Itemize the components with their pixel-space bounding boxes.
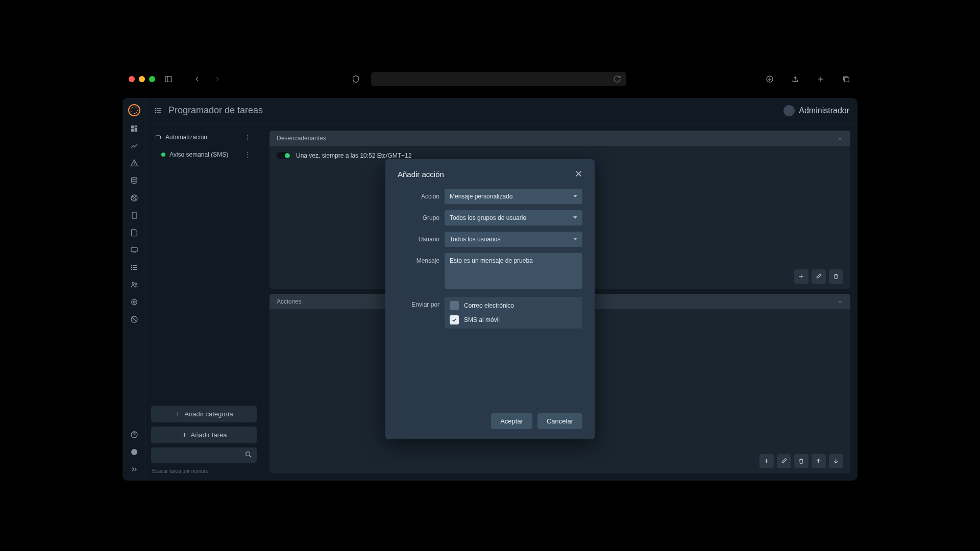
usuario-select[interactable]: Todos los usuarios (445, 232, 582, 247)
add-trigger-button[interactable] (794, 269, 808, 284)
chart-icon[interactable] (129, 141, 139, 151)
file-icon[interactable] (129, 228, 139, 238)
chevron-up-icon[interactable] (837, 135, 843, 142)
back-icon[interactable] (192, 74, 202, 84)
edit-action-button[interactable] (777, 454, 791, 468)
svg-rect-6 (845, 78, 849, 82)
avatar-icon (783, 105, 795, 116)
url-bar[interactable] (371, 72, 626, 86)
alert-icon[interactable] (129, 158, 139, 168)
mensaje-textarea[interactable] (445, 253, 582, 289)
svg-point-25 (131, 299, 137, 305)
category-menu-icon[interactable]: ⋮ (242, 132, 253, 143)
message-icon[interactable] (129, 245, 139, 255)
close-modal-icon[interactable]: ✕ (575, 168, 582, 180)
svg-rect-19 (131, 247, 137, 252)
task-panel: Automatización ⋮ Aviso semanal (SMS) ⋮ A… (146, 123, 262, 481)
page-title: Programador de tareas (168, 105, 263, 116)
task-search-input[interactable] (151, 447, 257, 463)
task-search[interactable] (151, 447, 257, 463)
task-row[interactable]: Aviso semanal (SMS) ⋮ (151, 146, 257, 163)
category-row[interactable]: Automatización ⋮ (151, 129, 257, 146)
blocked-icon[interactable] (129, 314, 139, 324)
move-up-button[interactable] (812, 454, 826, 468)
task-menu-icon[interactable]: ⋮ (242, 149, 253, 160)
icon-rail (122, 98, 146, 481)
forward-icon (212, 74, 223, 84)
dashboard-icon[interactable] (129, 123, 139, 134)
tasks-icon[interactable] (129, 262, 139, 272)
window-controls[interactable] (129, 76, 155, 82)
close-window-icon[interactable] (129, 76, 135, 82)
user-menu[interactable]: Administrador (783, 105, 849, 116)
target-icon[interactable] (129, 297, 139, 307)
maximize-window-icon[interactable] (149, 76, 155, 82)
add-action-button[interactable] (760, 454, 774, 468)
triggers-header[interactable]: Desencadenantes (270, 131, 850, 146)
move-down-button[interactable] (829, 454, 843, 468)
new-tab-icon[interactable] (816, 74, 826, 84)
trigger-toggle[interactable] (277, 152, 291, 159)
sidebar-toggle-icon[interactable] (163, 74, 174, 84)
svg-rect-10 (131, 129, 134, 132)
add-category-button[interactable]: Añadir categoría (151, 406, 257, 422)
folder-icon (155, 134, 161, 140)
svg-point-26 (133, 301, 135, 303)
svg-line-41 (250, 456, 252, 458)
expand-rail-icon[interactable] (129, 464, 139, 474)
usuario-label: Usuario (398, 232, 439, 243)
email-check-row[interactable]: Correo electrónico (450, 301, 577, 310)
sms-checkbox[interactable] (450, 315, 459, 324)
info-icon[interactable] (129, 447, 139, 457)
building-icon[interactable] (129, 210, 139, 220)
delete-action-button[interactable] (794, 454, 808, 468)
add-task-button[interactable]: Añadir tarea (151, 427, 257, 443)
user-name: Administrador (799, 106, 849, 115)
svg-rect-9 (134, 128, 137, 132)
app-logo-icon[interactable] (128, 104, 140, 116)
plus-icon (181, 432, 188, 438)
page-header: Programador de tareas Administrador (146, 98, 857, 123)
grupo-label: Grupo (398, 210, 439, 221)
users-icon[interactable] (129, 280, 139, 290)
percent-icon[interactable] (129, 193, 139, 203)
shield-icon[interactable] (351, 74, 361, 84)
search-hint: Buscar tarea por nombre (151, 467, 257, 475)
svg-rect-0 (165, 77, 172, 82)
sms-check-row[interactable]: SMS al móvil (450, 315, 577, 324)
browser-titlebar (118, 66, 862, 92)
minimize-window-icon[interactable] (139, 76, 145, 82)
svg-rect-7 (131, 126, 134, 128)
trigger-label: Una vez, siempre a las 10:52 Etc/GMT+12 (296, 152, 411, 159)
mensaje-label: Mensaje (398, 253, 439, 264)
svg-point-13 (132, 196, 133, 197)
tabs-icon[interactable] (841, 74, 851, 84)
share-icon[interactable] (790, 74, 800, 84)
database-icon[interactable] (129, 176, 139, 186)
tasks-header-icon (154, 106, 162, 115)
accion-select[interactable]: Mensaje personalizado (445, 189, 582, 204)
svg-rect-16 (132, 212, 136, 218)
plus-icon (175, 411, 181, 417)
download-icon[interactable] (765, 74, 775, 84)
enviar-label: Enviar por (398, 297, 439, 308)
category-label: Automatización (165, 134, 207, 141)
help-icon[interactable] (129, 430, 139, 440)
delete-trigger-button[interactable] (829, 269, 843, 284)
search-icon (244, 450, 253, 459)
edit-trigger-button[interactable] (812, 269, 826, 284)
svg-point-11 (131, 177, 137, 179)
cancel-button[interactable]: Cancelar (537, 413, 582, 429)
grupo-select[interactable]: Todos los grupos de usuario (445, 210, 582, 226)
svg-rect-8 (134, 126, 137, 127)
modal-title: Añadir acción (398, 170, 444, 179)
reload-icon[interactable] (613, 75, 621, 83)
app-window: Programador de tareas Administrador Auto… (122, 98, 857, 481)
task-status-dot (161, 153, 165, 157)
svg-point-14 (135, 199, 136, 200)
svg-point-24 (135, 283, 136, 284)
accept-button[interactable]: Aceptar (491, 413, 532, 429)
chevron-up-icon[interactable] (837, 298, 843, 305)
email-checkbox[interactable] (450, 301, 459, 310)
svg-point-40 (246, 452, 250, 456)
